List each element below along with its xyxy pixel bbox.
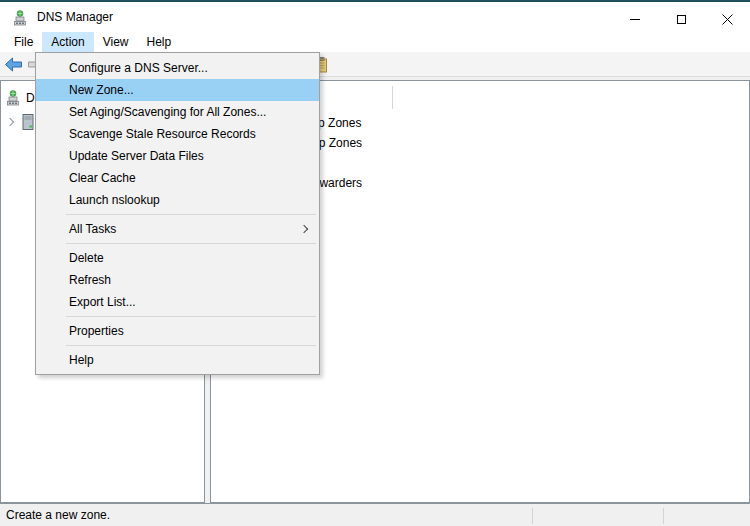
menubar-item-help[interactable]: Help [138,32,181,52]
menu-item-label: Clear Cache [69,171,136,185]
menu-item-label: All Tasks [69,222,116,236]
status-text: Create a new zone. [6,504,110,526]
chevron-right-icon[interactable] [6,118,14,126]
back-arrow-icon[interactable] [4,57,23,72]
menu-item-clear-cache[interactable]: Clear Cache [36,167,319,189]
menu-item-launch-nslookup[interactable]: Launch nslookup [36,189,319,211]
dns-manager-window: DNS Manager File Action View Help [0,0,750,526]
menubar-item-label: View [103,35,129,49]
close-button[interactable] [704,4,750,34]
menu-item-label: Help [69,353,94,367]
menu-item-all-tasks[interactable]: All Tasks [36,218,319,240]
menu-item-help[interactable]: Help [36,349,319,371]
menu-item-label: Delete [69,251,104,265]
menu-item-configure-dns-server[interactable]: Configure a DNS Server... [36,57,319,79]
minimize-icon [630,19,640,20]
menu-separator [36,211,319,218]
menu-item-label: Scavenge Stale Resource Records [69,127,256,141]
menubar-item-action[interactable]: Action [42,32,93,52]
menu-item-scavenge-stale-records[interactable]: Scavenge Stale Resource Records [36,123,319,145]
menu-separator [36,313,319,320]
menubar-item-label: Action [51,35,84,49]
menubar-item-label: Help [147,35,172,49]
column-header-divider [392,86,393,109]
action-menu: Configure a DNS Server... New Zone... Se… [35,52,320,375]
menu-item-delete[interactable]: Delete [36,247,319,269]
menu-item-label: Properties [69,324,124,338]
menu-item-label: Refresh [69,273,111,287]
statusbar-divider [532,508,533,524]
server-icon [22,114,34,130]
menu-item-label: New Zone... [69,83,134,97]
dns-manager-app-icon [12,10,28,26]
menu-separator [36,342,319,349]
titlebar: DNS Manager [0,0,750,32]
statusbar-divider [663,508,664,524]
menubar: File Action View Help [0,32,750,52]
submenu-arrow-icon [300,225,308,233]
menu-item-refresh[interactable]: Refresh [36,269,319,291]
statusbar: Create a new zone. [0,503,750,526]
menu-item-label: Configure a DNS Server... [69,61,208,75]
tree-item-server[interactable] [7,114,34,130]
menu-item-label: Set Aging/Scavenging for All Zones... [69,105,266,119]
menu-item-properties[interactable]: Properties [36,320,319,342]
window-title: DNS Manager [37,2,113,32]
menu-item-new-zone[interactable]: New Zone... [36,79,319,101]
menu-item-label: Launch nslookup [69,193,160,207]
menubar-item-view[interactable]: View [94,32,138,52]
maximize-icon [677,15,686,24]
close-icon [722,14,733,25]
menu-item-set-aging-scavenging[interactable]: Set Aging/Scavenging for All Zones... [36,101,319,123]
menu-item-label: Update Server Data Files [69,149,204,163]
menubar-item-label: File [14,35,33,49]
menu-item-label: Export List... [69,295,136,309]
menu-item-update-server-data-files[interactable]: Update Server Data Files [36,145,319,167]
dns-root-icon [5,90,21,106]
menu-item-export-list[interactable]: Export List... [36,291,319,313]
window-controls [612,4,750,34]
minimize-button[interactable] [612,4,658,34]
menu-separator [36,240,319,247]
menubar-item-file[interactable]: File [5,32,42,52]
maximize-button[interactable] [658,4,704,34]
